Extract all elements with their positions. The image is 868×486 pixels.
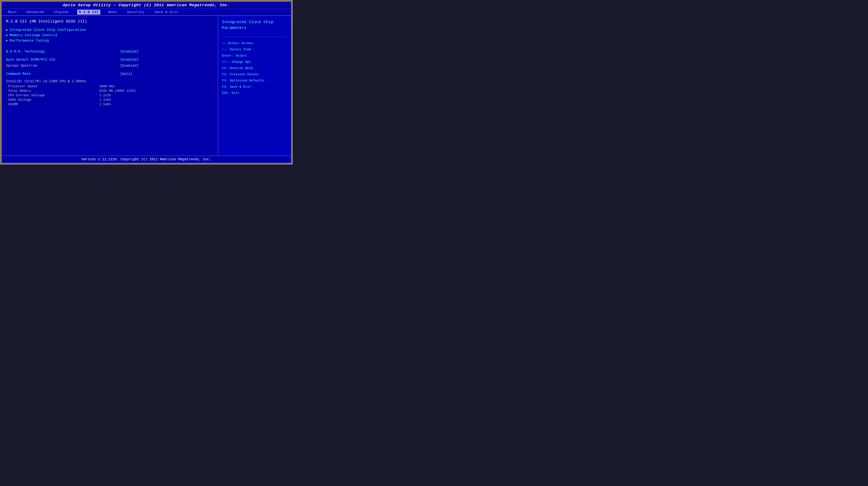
settings-row: Command Rate[Auto]: [6, 71, 214, 77]
nav-arrow: ►: [6, 28, 8, 32]
setting-name: Auto Detect DIMM/PCI Clk: [6, 57, 120, 63]
cpu-detail-row: Total Memory8192 MB (DDR3 1333): [6, 89, 214, 93]
nav-arrow: ►: [6, 39, 8, 42]
title-bar: Aptio Setup Utility – Copyright (C) 2011…: [2, 2, 291, 8]
cpu-detail-value: 8192 MB (DDR3 1333): [99, 89, 136, 93]
nav-label: Performance Tuning: [9, 39, 49, 43]
setting-value[interactable]: [Enabled]: [120, 48, 214, 55]
settings-row: Auto Detect DIMM/PCI Clk[Enabled]: [6, 57, 214, 63]
nav-item[interactable]: ►Memory Voltage Control: [6, 33, 214, 37]
settings-divider: [6, 69, 214, 71]
cpu-detail-label: VDIMM: [6, 103, 99, 106]
help-key-row: +/−: Change Opt.: [222, 60, 287, 64]
settings-row: Spread Spectrum[Enabled]: [6, 63, 214, 69]
title-text: Aptio Setup Utility – Copyright (C) 2011…: [63, 3, 230, 7]
footer: Version 2.11.1210. Copyright (C) 2011 Am…: [2, 156, 291, 163]
help-key-row: Enter: Select: [222, 54, 287, 58]
menu-item-main[interactable]: Main: [6, 10, 18, 14]
help-key-row: F3: Optimized Defaults: [222, 78, 287, 83]
cpu-detail-label: CPU Current Voltage: [6, 94, 99, 97]
footer-text: Version 2.11.1210. Copyright (C) 2011 Am…: [82, 158, 211, 161]
help-key-row: ESC: Exit: [222, 91, 287, 95]
cpu-detail-row: CPU Current Voltage1.212V: [6, 94, 214, 97]
left-panel: M.I.B III (MB Intelligent BIOS III) ►Int…: [2, 16, 218, 156]
menu-item-save--exit[interactable]: Save & Exit: [153, 10, 180, 14]
page-title: M.I.B III (MB Intelligent BIOS III): [6, 19, 214, 24]
nav-label: Memory Voltage Control: [9, 33, 57, 37]
cpu-detail-row: VAXG Voltage1.116V: [6, 98, 214, 102]
settings-row: B.O.M.P. Technology[Enabled]: [6, 48, 214, 55]
menu-bar: MainAdvancedChipsetM.I.B IIIBootSecurity…: [2, 8, 291, 15]
help-title: Integrated Clock Chip Parameters: [222, 19, 287, 31]
help-key-row: ↑↓: Select Item: [222, 47, 287, 52]
cpu-detail-row: VDIMM1.548V: [6, 103, 214, 106]
cpu-detail-value: 1.116V: [99, 98, 111, 102]
help-key-row: ↔: Select Screen: [222, 41, 287, 46]
menu-item-chipset[interactable]: Chipset: [52, 10, 70, 14]
cpu-detail-label: Processor Speed: [6, 85, 99, 88]
nav-item[interactable]: ►Integrated Clock Chip Configuration: [6, 28, 214, 32]
cpu-detail-label: Total Memory: [6, 89, 99, 93]
cpu-label: Intel(R) Core(TM) i5-2300 CPU @ 2.80GHz: [6, 79, 214, 83]
nav-arrow: ►: [6, 34, 8, 37]
cpu-detail-row: Processor Speed2800 MHz: [6, 85, 214, 88]
setting-name: B.O.M.P. Technology: [6, 48, 120, 55]
nav-item[interactable]: ►Performance Tuning: [6, 39, 214, 43]
setting-name: Command Rate: [6, 71, 120, 77]
main-content: M.I.B III (MB Intelligent BIOS III) ►Int…: [2, 15, 291, 156]
setting-value[interactable]: [Auto]: [120, 71, 214, 77]
menu-item-boot[interactable]: Boot: [107, 10, 119, 14]
nav-label: Integrated Clock Chip Configuration: [9, 28, 86, 32]
setting-value[interactable]: [Enabled]: [120, 63, 214, 69]
menu-item-mib-iii[interactable]: M.I.B III: [77, 10, 100, 14]
help-key-row: F1: General Help: [222, 66, 287, 70]
settings-divider: [6, 55, 214, 57]
help-keys: ↔: Select Screen↑↓: Select ItemEnter: Se…: [222, 41, 287, 95]
setting-value[interactable]: [Enabled]: [120, 57, 214, 63]
cpu-detail-value: 1.548V: [99, 103, 111, 106]
cpu-detail-value: 2800 MHz: [99, 85, 115, 88]
setting-name: Spread Spectrum: [6, 63, 120, 69]
cpu-info-section: Intel(R) Core(TM) i5-2300 CPU @ 2.80GHz …: [6, 79, 214, 107]
menu-item-security[interactable]: Security: [125, 10, 146, 14]
help-key-row: F4: Save & Exit: [222, 85, 287, 89]
cpu-detail-label: VAXG Voltage: [6, 98, 99, 102]
cpu-details: Processor Speed2800 MHzTotal Memory8192 …: [6, 85, 214, 106]
right-panel: Integrated Clock Chip Parameters ↔: Sele…: [218, 16, 291, 156]
menu-item-advanced[interactable]: Advanced: [25, 10, 45, 14]
nav-section: ►Integrated Clock Chip Configuration►Mem…: [6, 28, 214, 43]
settings-table: B.O.M.P. Technology[Enabled]Auto Detect …: [6, 48, 214, 77]
help-key-row: F2: Previous Values: [222, 72, 287, 77]
cpu-detail-value: 1.212V: [99, 94, 111, 97]
